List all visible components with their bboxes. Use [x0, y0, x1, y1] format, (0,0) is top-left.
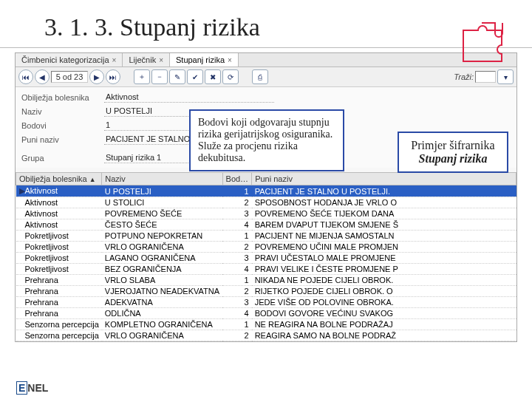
- table-row[interactable]: PokretljivostPOTPUNO NEPOKRETAN1PACIJENT…: [16, 231, 516, 242]
- table-row[interactable]: PokretljivostLAGANO OGRANIČENA3PRAVI UČE…: [16, 253, 516, 264]
- title-underline: [0, 47, 532, 48]
- table-row[interactable]: PrehranaVRLO SLABA1NIKADA NE POJEDE CIJE…: [16, 275, 516, 286]
- data-grid[interactable]: Obilježja bolesnika ▲ Naziv Bod… Puni na…: [16, 172, 516, 341]
- col-bodovi[interactable]: Bod…: [222, 173, 252, 185]
- label-grupa: Grupa: [21, 154, 104, 163]
- callout-line1: Primjer šifrarnika: [406, 139, 499, 152]
- delete-button[interactable]: －: [151, 69, 168, 84]
- col-naziv[interactable]: Naziv: [102, 173, 222, 185]
- close-icon[interactable]: ×: [112, 56, 117, 64]
- table-row[interactable]: PrehranaODLIČNA4BODOVI GOVORE VEĆINU SVA…: [16, 308, 516, 319]
- label-obiljezja: Obilježja bolesnika: [21, 93, 104, 102]
- table-row[interactable]: Senzorna percepcijaVRLO OGRANIČENA2REAGI…: [16, 330, 516, 341]
- table-row[interactable]: PokretljivostVRLO OGRANIČENA2POVREMENO U…: [16, 242, 516, 253]
- app-frame: Čimbenici kategorizacija × Liječnik × St…: [15, 52, 517, 342]
- search-label: Traži:: [454, 72, 474, 81]
- last-record-button[interactable]: ⏭: [106, 69, 120, 84]
- print-button[interactable]: ⎙: [252, 69, 268, 84]
- callout-bodovi-info: Bodovi koji odgovaraju stupnju rizika ge…: [189, 109, 344, 171]
- label-bodovi: Bodovi: [21, 121, 104, 130]
- search-input[interactable]: [475, 71, 496, 83]
- add-button[interactable]: ＋: [134, 69, 150, 84]
- callout-text: Bodovi koji odgovaraju stupnju rizika ge…: [198, 117, 332, 163]
- cancel-button[interactable]: ✖: [205, 69, 221, 84]
- first-record-button[interactable]: ⏮: [18, 69, 33, 84]
- tab-label: Liječnik: [129, 55, 156, 64]
- table-row[interactable]: PrehranaVJEROJATNO NEADEKVATNA2RIJETKO P…: [16, 286, 516, 297]
- close-icon[interactable]: ×: [159, 56, 163, 64]
- puzzle-icon: [460, 19, 511, 64]
- next-record-button[interactable]: ▶: [89, 69, 104, 84]
- label-puni-naziv: Puni naziv: [21, 135, 104, 144]
- slide-title: 3. 1. 3. Stupanj rizika: [0, 0, 532, 47]
- tab-lijecnik[interactable]: Liječnik ×: [123, 53, 170, 66]
- field-obiljezja[interactable]: Aktivnost: [104, 92, 274, 103]
- refresh-button[interactable]: ⟳: [222, 69, 239, 84]
- confirm-button[interactable]: ✔: [187, 69, 203, 84]
- tab-label: Stupanj rizika: [176, 55, 225, 64]
- col-obiljezja[interactable]: Obilježja bolesnika ▲: [16, 173, 102, 185]
- table-row[interactable]: AktivnostU STOLICI2SPOSOBNOST HODANJA JE…: [16, 197, 516, 208]
- search-dropdown-button[interactable]: ▾: [497, 69, 514, 84]
- table-row[interactable]: AktivnostPOVREMENO ŠEĆE3POVREMENO ŠEĆE T…: [16, 208, 516, 219]
- table-row[interactable]: AktivnostČESTO ŠEĆE4BAREM DVAPUT TIJEKOM…: [16, 219, 516, 231]
- label-naziv: Naziv: [21, 107, 104, 116]
- table-row[interactable]: PrehranaADEKVATNA3JEDE VIŠE OD POLOVINE …: [16, 297, 516, 308]
- tab-stupanj-rizika[interactable]: Stupanj rizika ×: [170, 53, 239, 66]
- logo-text: NEL: [27, 382, 48, 394]
- callout-primjer: Primjer šifrarnika Stupanj rizika: [398, 132, 508, 173]
- tab-bar: Čimbenici kategorizacija × Liječnik × St…: [16, 53, 516, 67]
- record-pager: 5 od 23: [51, 71, 88, 83]
- table-row[interactable]: ▶AktivnostU POSTELJI1PACIJENT JE STALNO …: [16, 185, 516, 197]
- logo-enel: ENEL: [16, 381, 48, 395]
- table-row[interactable]: Senzorna percepcijaKOMPLETNO OGRANIČENA1…: [16, 319, 516, 330]
- close-icon[interactable]: ×: [228, 56, 232, 64]
- col-puni-naziv[interactable]: Puni naziv: [252, 173, 516, 185]
- prev-record-button[interactable]: ◀: [35, 69, 50, 84]
- tab-label: Čimbenici kategorizacija: [21, 55, 109, 64]
- logo-box: E: [16, 381, 27, 395]
- edit-button[interactable]: ✎: [169, 69, 185, 84]
- tab-cimbenici[interactable]: Čimbenici kategorizacija ×: [16, 53, 123, 66]
- toolbar: ⏮ ◀ 5 od 23 ▶ ⏭ ＋ － ✎ ✔ ✖ ⟳ ⎙ Traži: ▾: [16, 67, 516, 87]
- table-row[interactable]: PokretljivostBEZ OGRANIČENJA4PRAVI VELIK…: [16, 264, 516, 275]
- callout-line2: Stupanj rizika: [406, 152, 499, 166]
- grid-header-row: Obilježja bolesnika ▲ Naziv Bod… Puni na…: [16, 173, 516, 185]
